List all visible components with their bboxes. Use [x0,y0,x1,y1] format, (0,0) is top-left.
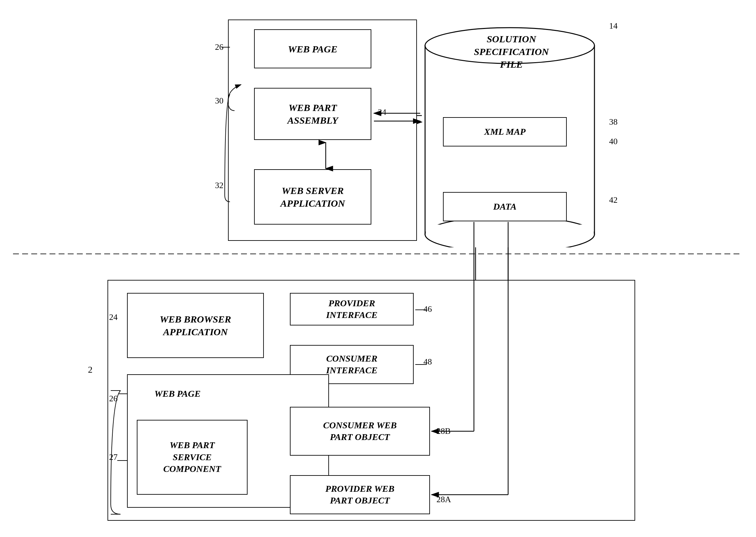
web-server-app-box: WEB SERVER APPLICATION [254,169,371,225]
web-page-box-top: WEB PAGE [254,29,371,68]
consumer-web-part-box: CONSUMER WEB PART OBJECT [290,407,430,456]
ref-28A: 28A [436,495,451,505]
web-part-service-box: WEB PART SERVICE COMPONENT [137,420,247,495]
web-page-box-bottom: WEB PAGE [137,381,218,407]
svg-rect-16 [426,225,594,234]
ref-48: 48 [423,357,432,367]
data-box: DATA [443,192,567,221]
provider-interface-box: PROVIDER INTERFACE [290,293,414,325]
ref-26-top: 26 [215,42,223,52]
ref-24: 24 [109,312,117,322]
ref-26-bottom: 26 [109,394,117,403]
ref-14: 14 [609,21,618,31]
ref-38: 38 [609,117,618,127]
ref-2: 2 [88,364,93,375]
solution-spec-label: SOLUTION SPECIFICATION FILE [427,32,596,71]
diagram: WEB PAGE WEB PART ASSEMBLY WEB SERVER AP… [0,0,756,537]
ref-40: 40 [609,137,618,146]
ref-27: 27 [109,452,117,462]
ref-28B: 28B [436,426,451,436]
ref-30: 30 [215,96,223,106]
ref-32: 32 [215,181,223,190]
ref-42: 42 [609,195,618,205]
web-part-assembly-box: WEB PART ASSEMBLY [254,88,371,140]
web-browser-app-box: WEB BROWSER APPLICATION [127,293,264,358]
provider-web-part-box: PROVIDER WEB PART OBJECT [290,475,430,514]
ref-34: 34 [378,107,386,117]
ref-46: 46 [423,304,432,314]
xml-map-box: XML MAP [443,117,567,146]
